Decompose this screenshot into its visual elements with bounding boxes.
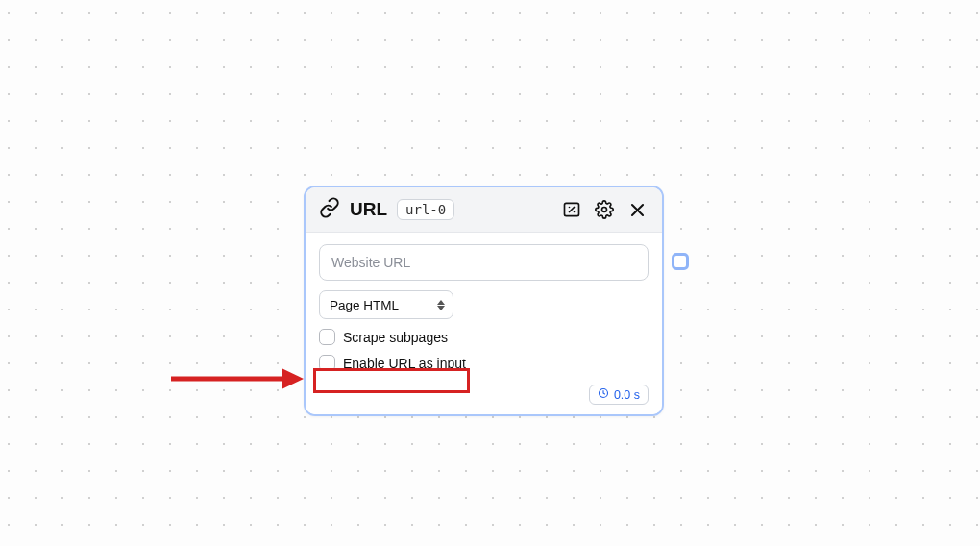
node-header: URL url-0 bbox=[306, 187, 662, 233]
link-icon bbox=[319, 197, 340, 222]
enable-url-input-checkbox[interactable] bbox=[319, 355, 335, 371]
enable-url-input-label: Enable URL as input bbox=[343, 356, 466, 371]
gear-icon[interactable] bbox=[593, 198, 616, 221]
chevron-updown-icon bbox=[437, 300, 445, 310]
scrape-subpages-row: Scrape subpages bbox=[319, 329, 649, 345]
annotation-arrow bbox=[171, 364, 306, 397]
svg-marker-6 bbox=[282, 368, 304, 389]
output-format-select[interactable]: Page HTML bbox=[319, 290, 453, 319]
website-url-input[interactable] bbox=[319, 244, 649, 281]
svg-point-1 bbox=[602, 208, 607, 212]
url-node[interactable]: URL url-0 Page HTML bbox=[304, 186, 664, 416]
timer-value: 0.0 s bbox=[614, 388, 640, 402]
output-port[interactable] bbox=[672, 253, 689, 270]
close-icon[interactable] bbox=[625, 198, 649, 221]
scrape-subpages-checkbox[interactable] bbox=[319, 329, 335, 345]
node-title: URL bbox=[350, 199, 387, 220]
select-value: Page HTML bbox=[330, 298, 399, 312]
node-footer: 0.0 s bbox=[319, 381, 649, 405]
node-id-badge: url-0 bbox=[397, 199, 454, 220]
scrape-subpages-label: Scrape subpages bbox=[343, 330, 448, 345]
clock-icon bbox=[598, 387, 609, 402]
enable-url-input-row: Enable URL as input bbox=[319, 355, 649, 371]
execution-timer: 0.0 s bbox=[589, 385, 649, 405]
node-body: Page HTML Scrape subpages Enable URL as … bbox=[306, 233, 662, 414]
edit-icon[interactable] bbox=[560, 198, 583, 221]
